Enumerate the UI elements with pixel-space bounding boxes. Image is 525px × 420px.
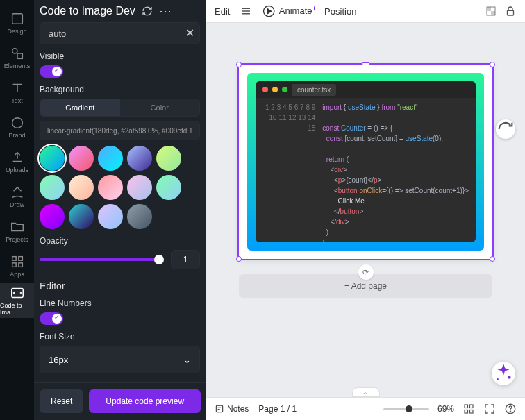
- rail-design[interactable]: Design: [0, 6, 34, 40]
- rotate-handle[interactable]: [362, 62, 370, 65]
- background-tabs: Gradient Color: [40, 99, 200, 117]
- visible-label: Visible: [40, 51, 200, 61]
- swatch[interactable]: [40, 204, 65, 229]
- text-icon: [10, 81, 25, 96]
- mac-min-dot: [272, 87, 278, 92]
- zoom-slider[interactable]: [383, 408, 429, 410]
- opacity-value[interactable]: [171, 250, 200, 269]
- position-button[interactable]: Position: [324, 6, 356, 17]
- code-card: counter.tsx + 1 2 3 4 5 6 7 8 9 10 11 12…: [247, 73, 484, 251]
- brand-icon: [10, 115, 25, 131]
- svg-rect-21: [465, 405, 468, 408]
- mac-close-dot: [262, 87, 268, 92]
- elements-icon: [10, 46, 25, 61]
- code-icon: [10, 285, 25, 301]
- svg-point-19: [497, 378, 499, 380]
- line-numbers: 1 2 3 4 5 6 7 8 9 10 11 12 13 14 15: [262, 102, 322, 242]
- svg-rect-22: [470, 405, 474, 408]
- swatch[interactable]: [127, 175, 152, 200]
- left-rail: Design Elements Text Brand Uploads Draw …: [0, 0, 34, 420]
- panel-title: Code to Image Dev: [40, 5, 135, 17]
- rail-projects[interactable]: Projects: [0, 214, 34, 249]
- sync-icon[interactable]: ⟳: [358, 264, 374, 280]
- swatch[interactable]: [98, 204, 123, 229]
- swatch[interactable]: [69, 175, 94, 200]
- edit-menu[interactable]: Edit: [215, 6, 230, 17]
- collapse-bottombar-button[interactable]: ︿: [352, 387, 380, 397]
- svg-rect-0: [12, 14, 22, 24]
- rail-elements[interactable]: Elements: [0, 40, 34, 75]
- code-content: import { useState } from "react" const C…: [322, 102, 469, 242]
- canvas-topbar: Edit Animate Position: [206, 0, 525, 23]
- swatch[interactable]: [98, 146, 123, 171]
- svg-point-1: [12, 49, 17, 53]
- rail-uploads[interactable]: Uploads: [0, 144, 34, 179]
- svg-rect-4: [12, 257, 16, 261]
- resize-handle[interactable]: [236, 62, 242, 67]
- transparency-icon[interactable]: [485, 5, 497, 17]
- rail-apps[interactable]: Apps: [0, 249, 34, 283]
- uploads-icon: [10, 150, 25, 165]
- bottom-bar: Notes Page 1 / 1 69%: [206, 397, 525, 420]
- svg-rect-23: [465, 410, 468, 414]
- swatch-grid: [40, 146, 200, 229]
- tab-color[interactable]: Color: [120, 99, 200, 116]
- opacity-slider[interactable]: [40, 258, 164, 261]
- visible-toggle[interactable]: [40, 65, 63, 78]
- help-icon[interactable]: [504, 403, 517, 415]
- refresh-fab[interactable]: [496, 119, 515, 139]
- fullscreen-icon[interactable]: [483, 403, 496, 415]
- svg-rect-13: [508, 10, 514, 15]
- file-tab: counter.tsx: [292, 84, 336, 96]
- swatch[interactable]: [156, 146, 181, 171]
- swatch[interactable]: [40, 146, 65, 171]
- svg-rect-12: [491, 11, 495, 15]
- swatch[interactable]: [156, 175, 181, 200]
- background-label: Background: [40, 85, 200, 94]
- rail-code-to-image[interactable]: Code to Ima…: [0, 283, 34, 318]
- swatch[interactable]: [69, 204, 94, 229]
- mac-max-dot: [282, 87, 288, 92]
- page-frame[interactable]: counter.tsx + 1 2 3 4 5 6 7 8 9 10 11 12…: [239, 65, 492, 259]
- magic-fab[interactable]: [492, 362, 515, 385]
- resize-handle[interactable]: [490, 62, 495, 67]
- svg-rect-24: [470, 410, 474, 414]
- update-preview-button[interactable]: Update code preview: [89, 389, 201, 413]
- font-size-dropdown[interactable]: 16px⌄: [40, 346, 200, 373]
- swatch[interactable]: [69, 146, 94, 171]
- reload-icon[interactable]: [141, 5, 153, 17]
- line-numbers-label: Line Numbers: [40, 299, 200, 308]
- swatch[interactable]: [127, 204, 152, 229]
- more-icon[interactable]: ⋯: [159, 3, 172, 19]
- apps-icon: [10, 254, 25, 269]
- hamburger-icon[interactable]: [240, 5, 252, 17]
- search-input[interactable]: [40, 22, 200, 44]
- line-numbers-toggle[interactable]: [40, 312, 63, 325]
- swatch[interactable]: [40, 175, 65, 200]
- animate-button[interactable]: Animate: [262, 4, 315, 18]
- add-page-button[interactable]: ⟳ + Add page: [239, 274, 492, 298]
- swatch[interactable]: [98, 175, 123, 200]
- rail-draw[interactable]: Draw: [0, 179, 34, 214]
- notes-button[interactable]: Notes: [215, 404, 249, 414]
- rail-brand[interactable]: Brand: [0, 110, 34, 144]
- svg-rect-11: [487, 7, 491, 11]
- grid-view-icon[interactable]: [462, 403, 475, 415]
- swatch[interactable]: [127, 146, 152, 171]
- svg-rect-20: [216, 405, 222, 412]
- canvas-area: Edit Animate Position ⋯: [206, 0, 525, 420]
- lock-icon[interactable]: [504, 5, 517, 17]
- svg-rect-2: [17, 53, 22, 58]
- resize-handle[interactable]: [236, 256, 242, 262]
- resize-handle[interactable]: [490, 256, 495, 262]
- chevron-down-icon: ⌄: [183, 355, 191, 365]
- clear-search-icon[interactable]: ✕: [185, 26, 194, 40]
- rail-text[interactable]: Text: [0, 75, 34, 110]
- gradient-input[interactable]: [40, 121, 200, 140]
- zoom-value[interactable]: 69%: [438, 404, 454, 414]
- svg-rect-7: [18, 263, 22, 267]
- design-icon: [10, 11, 25, 26]
- font-size-label: Font Size: [40, 332, 200, 342]
- reset-button[interactable]: Reset: [40, 389, 83, 413]
- tab-gradient[interactable]: Gradient: [40, 99, 120, 116]
